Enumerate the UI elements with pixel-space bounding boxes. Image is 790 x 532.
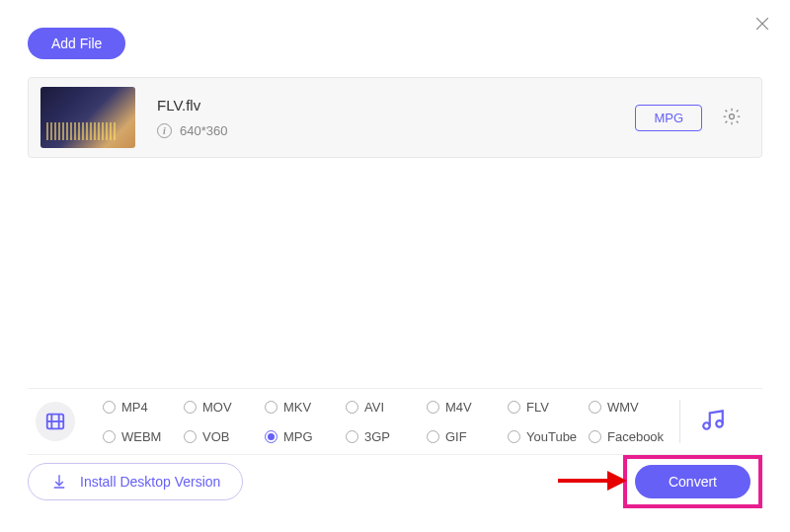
format-grid: MP4MOVMKVAVIM4VFLVWMVWEBMVOBMPG3GPGIFYou… [103,395,670,448]
output-format-badge[interactable]: MPG [635,105,702,131]
radio-icon [508,401,520,414]
radio-icon [427,430,439,443]
radio-icon [427,401,439,414]
format-option-mp4[interactable]: MP4 [103,395,184,418]
film-icon [44,411,66,432]
settings-button[interactable] [720,105,744,131]
file-info: FLV.flv i 640*360 [157,97,635,138]
format-option-gif[interactable]: GIF [427,424,508,448]
annotation-arrow [558,471,627,494]
format-label: MKV [283,400,311,415]
format-label: VOB [202,429,229,444]
svg-rect-9 [558,479,609,483]
svg-point-2 [730,114,735,118]
format-label: WEBM [121,429,161,444]
format-label: Facebook [607,429,664,444]
radio-icon [589,401,601,414]
convert-highlight-box: Convert [623,455,762,508]
file-card: FLV.flv i 640*360 MPG [28,77,762,158]
format-label: AVI [364,400,384,415]
install-label: Install Desktop Version [80,474,220,490]
radio-icon [184,401,197,414]
format-option-youtube[interactable]: YouTube [508,424,589,448]
format-option-webm[interactable]: WEBM [103,424,184,448]
format-option-mov[interactable]: MOV [184,395,265,418]
format-option-wmv[interactable]: WMV [589,395,670,418]
format-option-3gp[interactable]: 3GP [346,424,427,448]
format-label: MP4 [121,400,148,415]
radio-icon [103,401,116,414]
radio-icon [346,401,358,414]
format-option-m4v[interactable]: M4V [427,395,508,418]
format-option-facebook[interactable]: Facebook [589,424,670,448]
radio-icon [508,430,520,443]
video-category-button[interactable] [36,402,75,441]
add-file-button[interactable]: Add File [28,28,125,59]
radio-icon [589,430,601,443]
download-icon [50,473,68,491]
format-option-flv[interactable]: FLV [508,395,589,418]
bottom-bar: Install Desktop Version Convert [28,455,762,508]
file-thumbnail [40,87,135,148]
install-desktop-button[interactable]: Install Desktop Version [28,463,243,500]
divider [679,400,680,443]
convert-button[interactable]: Convert [635,465,750,498]
radio-icon [103,430,116,443]
format-label: 3GP [364,429,390,444]
info-icon[interactable]: i [157,123,172,138]
gear-icon [722,107,742,126]
format-option-mkv[interactable]: MKV [265,395,346,418]
format-bar: MP4MOVMKVAVIM4VFLVWMVWEBMVOBMPG3GPGIFYou… [28,388,762,455]
radio-icon [265,430,277,443]
format-option-mpg[interactable]: MPG [265,424,346,448]
radio-icon [346,430,358,443]
radio-icon [184,430,197,443]
format-label: YouTube [526,429,577,444]
format-label: FLV [526,400,549,415]
radio-icon [265,401,277,414]
format-label: MOV [202,400,232,415]
format-label: M4V [445,400,472,415]
file-name: FLV.flv [157,97,635,114]
format-option-vob[interactable]: VOB [184,424,265,448]
close-button[interactable] [752,14,772,38]
format-label: GIF [445,429,467,444]
format-label: WMV [607,400,639,415]
file-resolution: 640*360 [180,123,227,138]
format-option-avi[interactable]: AVI [346,395,427,418]
format-label: MPG [283,429,313,444]
svg-marker-10 [607,471,627,491]
music-icon [700,407,726,432]
file-meta: i 640*360 [157,123,635,138]
audio-category-button[interactable] [700,407,726,436]
